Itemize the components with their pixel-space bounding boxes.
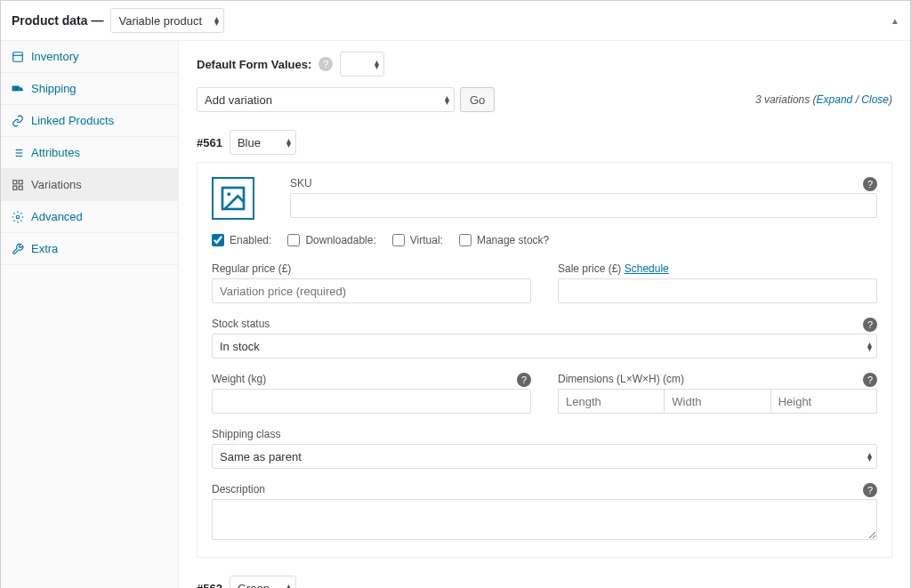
sidebar-item-advanced[interactable]: Advanced xyxy=(1,201,178,233)
inventory-icon xyxy=(12,51,24,63)
regular-price-input[interactable] xyxy=(212,278,531,303)
height-input[interactable] xyxy=(770,389,877,414)
close-link[interactable]: Close xyxy=(861,93,889,106)
go-button[interactable]: Go xyxy=(460,87,495,112)
add-variation-select[interactable]: Add variation ▴▾ xyxy=(197,87,455,112)
shipping-class-select[interactable]: Same as parent ▴▾ xyxy=(212,444,877,469)
sidebar-item-label: Advanced xyxy=(31,210,83,223)
variation-header-562[interactable]: #562 Green ▴▾ xyxy=(197,568,892,588)
schedule-link[interactable]: Schedule xyxy=(625,262,669,275)
svg-point-12 xyxy=(16,215,20,219)
image-placeholder-icon xyxy=(219,184,247,213)
sidebar-item-label: Extra xyxy=(31,242,58,255)
variation-attribute-select[interactable]: Blue ▴▾ xyxy=(230,130,296,155)
variations-main: Default Form Values: ? ▴▾ Add variation … xyxy=(179,41,910,588)
description-textarea[interactable] xyxy=(212,499,877,540)
length-input[interactable] xyxy=(558,389,665,414)
svg-rect-9 xyxy=(19,180,22,183)
sku-input[interactable] xyxy=(290,193,877,218)
variation-body-561: SKU ? Enabled: Downloadable: Virtual: Ma… xyxy=(197,162,892,558)
manage-stock-checkbox[interactable]: Manage stock? xyxy=(459,234,549,246)
svg-rect-1 xyxy=(12,85,20,91)
sale-price-label: Sale price (£) Schedule xyxy=(558,262,877,275)
sidebar-item-label: Inventory xyxy=(31,50,78,63)
variation-id: #561 xyxy=(197,136,222,149)
sidebar-item-attributes[interactable]: Attributes xyxy=(1,137,178,169)
variation-image-upload[interactable] xyxy=(212,177,254,220)
panel-header: Product data — Variable product ▴▾ ▲ xyxy=(1,1,910,41)
sidebar-item-label: Shipping xyxy=(31,82,77,95)
svg-point-14 xyxy=(227,192,230,196)
virtual-checkbox[interactable]: Virtual: xyxy=(392,234,443,246)
svg-rect-11 xyxy=(19,186,22,189)
product-data-panel: Product data — Variable product ▴▾ ▲ Inv… xyxy=(0,0,911,588)
help-icon[interactable]: ? xyxy=(863,373,877,387)
svg-rect-8 xyxy=(13,180,17,183)
sidebar-item-label: Variations xyxy=(31,178,82,191)
link-icon xyxy=(12,115,24,127)
variation-attribute-select[interactable]: Green ▴▾ xyxy=(230,576,296,588)
panel-collapse-toggle[interactable]: ▲ xyxy=(891,16,899,26)
variations-status: 3 variations (Expand / Close) xyxy=(755,93,892,106)
variation-header-561[interactable]: #561 Blue ▴▾ xyxy=(197,123,892,162)
variation-id: #562 xyxy=(197,582,222,589)
default-form-select[interactable]: ▴▾ xyxy=(340,52,384,77)
sidebar-item-variations[interactable]: Variations xyxy=(1,169,178,201)
expand-link[interactable]: Expand xyxy=(817,93,853,106)
product-type-select[interactable]: Variable product ▴▾ xyxy=(110,8,224,33)
weight-input[interactable] xyxy=(212,389,531,414)
description-label: Description ? xyxy=(212,483,877,495)
help-icon[interactable]: ? xyxy=(517,373,531,387)
downloadable-checkbox[interactable]: Downloadable: xyxy=(287,234,375,246)
sidebar-item-label: Attributes xyxy=(31,146,80,159)
help-icon[interactable]: ? xyxy=(318,57,333,71)
product-data-sidebar: Inventory Shipping Linked Products Attri… xyxy=(1,41,179,588)
help-icon[interactable]: ? xyxy=(863,483,877,497)
weight-label: Weight (kg) ? xyxy=(212,373,531,385)
help-icon[interactable]: ? xyxy=(863,177,877,191)
list-icon xyxy=(12,147,24,159)
svg-rect-0 xyxy=(13,52,23,61)
width-input[interactable] xyxy=(664,389,770,414)
help-icon[interactable]: ? xyxy=(863,318,877,332)
wrench-icon xyxy=(12,243,24,255)
grid-icon xyxy=(12,179,24,191)
sidebar-item-linked-products[interactable]: Linked Products xyxy=(1,105,178,137)
default-form-values-label: Default Form Values: xyxy=(197,58,311,71)
sidebar-item-label: Linked Products xyxy=(31,114,114,127)
shipping-class-label: Shipping class xyxy=(212,428,877,440)
regular-price-label: Regular price (£) xyxy=(212,262,531,275)
enabled-checkbox[interactable]: Enabled: xyxy=(212,234,271,246)
sku-label: SKU ? xyxy=(290,177,877,189)
sidebar-item-shipping[interactable]: Shipping xyxy=(1,73,178,105)
stock-status-label: Stock status ? xyxy=(212,318,877,330)
sale-price-input[interactable] xyxy=(558,278,877,303)
svg-rect-10 xyxy=(13,186,17,189)
panel-title: Product data — xyxy=(12,13,103,28)
shipping-icon xyxy=(12,83,24,95)
sidebar-item-extra[interactable]: Extra xyxy=(1,233,178,265)
gear-icon xyxy=(12,211,24,223)
dimensions-label: Dimensions (L×W×H) (cm) ? xyxy=(558,373,877,385)
stock-status-select[interactable]: In stock ▴▾ xyxy=(212,334,877,358)
sidebar-item-inventory[interactable]: Inventory xyxy=(1,41,178,73)
